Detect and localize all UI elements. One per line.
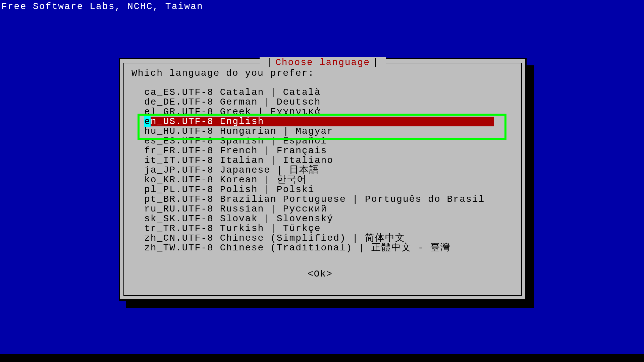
- language-item[interactable]: sk_SK.UTF-8 Slovak | Slovenský: [144, 214, 494, 224]
- language-item[interactable]: el_GR.UTF-8 Greek | Εχχηνικά: [144, 107, 494, 117]
- language-item[interactable]: zh_TW.UTF-8 Chinese (Traditional) | 正體中文…: [144, 243, 494, 253]
- language-item[interactable]: pl_PL.UTF-8 Polish | Polski: [144, 185, 494, 194]
- language-item[interactable]: en_US.UTF-8 English: [144, 117, 494, 126]
- language-item[interactable]: tr_TR.UTF-8 Turkish | Türkçe: [144, 224, 494, 233]
- language-list: ca_ES.UTF-8 Catalan | Catalàde_DE.UTF-8 …: [144, 87, 494, 253]
- language-item[interactable]: ko_KR.UTF-8 Korean | 한국어: [144, 175, 494, 185]
- dialog-prompt: Which language do you prefer:: [131, 68, 314, 78]
- language-item[interactable]: es_ES.UTF-8 Spanish | Español: [144, 136, 494, 146]
- language-dialog: |Choose language| Which language do you …: [119, 58, 527, 301]
- language-item[interactable]: de_DE.UTF-8 German | Deutsch: [144, 97, 494, 107]
- dialog-title: |Choose language|: [260, 57, 386, 68]
- language-item[interactable]: ja_JP.UTF-8 Japanese | 日本語: [144, 165, 494, 175]
- dialog-title-text: Choose language: [275, 57, 370, 68]
- dialog-border: |Choose language| Which language do you …: [123, 63, 522, 296]
- language-item[interactable]: fr_FR.UTF-8 French | Français: [144, 146, 494, 156]
- language-item[interactable]: hu_HU.UTF-8 Hungarian | Magyar: [144, 126, 494, 136]
- language-item[interactable]: zh_CN.UTF-8 Chinese (Simplified) | 简体中文: [144, 233, 494, 243]
- language-item[interactable]: ru_RU.UTF-8 Russian | Русский: [144, 204, 494, 214]
- language-item[interactable]: ca_ES.UTF-8 Catalan | Català: [144, 87, 494, 97]
- language-item[interactable]: it_IT.UTF-8 Italian | Italiano: [144, 156, 494, 165]
- language-item[interactable]: pt_BR.UTF-8 Brazilian Portuguese | Portu…: [144, 194, 494, 204]
- header-text: Free Software Labs, NCHC, Taiwan: [1, 1, 203, 12]
- ok-button[interactable]: <Ok>: [308, 269, 333, 279]
- bottom-strip: [0, 354, 644, 362]
